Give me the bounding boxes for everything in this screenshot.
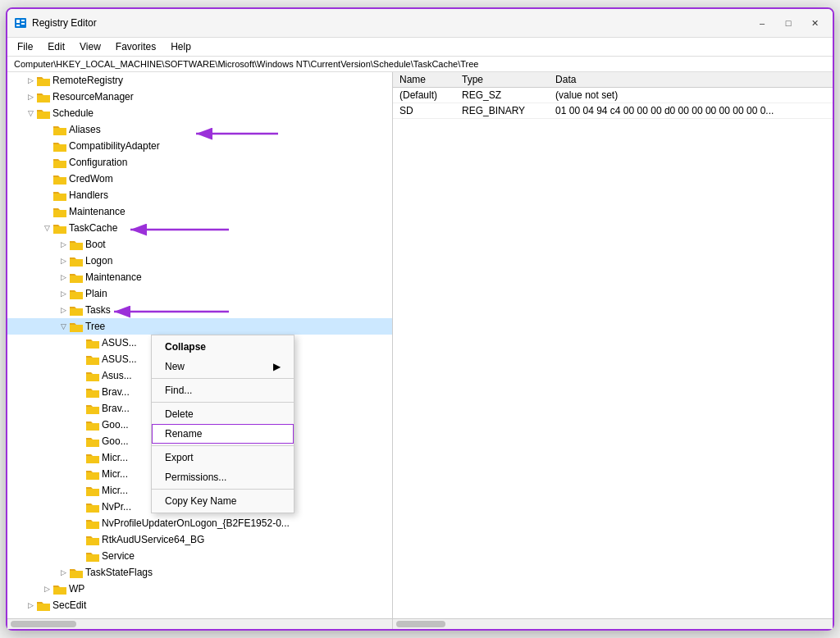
cm-rename-label: Rename	[165, 428, 202, 440]
folder-icon	[70, 304, 83, 316]
folder-icon	[86, 403, 99, 414]
context-menu: Collapse New ▶ Find... Delete Rename	[151, 335, 294, 513]
folder-icon	[70, 239, 83, 250]
tree-label: SecEdit	[52, 599, 86, 611]
minimize-button[interactable]: –	[751, 14, 774, 32]
cm-delete[interactable]: Delete	[152, 404, 294, 424]
col-data[interactable]: Data	[549, 72, 833, 88]
data-table: Name Type Data (Default) REG_SZ (value n…	[393, 72, 833, 119]
tree-item-taskcache[interactable]: ▽ TaskCache	[7, 220, 392, 236]
title-bar-left: Registry Editor	[14, 16, 97, 30]
tree-label: CompatibilityAdapter	[69, 140, 160, 152]
folder-icon	[86, 353, 99, 365]
menu-favorites[interactable]: Favorites	[109, 39, 162, 54]
folder-icon	[86, 550, 99, 562]
table-row: SD REG_BINARY 01 00 04 94 c4 00 00 00 d0…	[393, 103, 833, 119]
tree-label: Service	[102, 550, 135, 562]
folder-icon	[86, 419, 99, 431]
folder-icon	[86, 370, 99, 381]
tree-item-nvprofile[interactable]: NvProfileUpdaterOnLogon_{B2FE1952-0...	[7, 515, 392, 531]
tree-label: Handlers	[69, 189, 108, 201]
tree-scrollbar-h[interactable]	[7, 619, 393, 629]
cm-permissions[interactable]: Permissions...	[152, 467, 294, 487]
expander-icon: ▷	[57, 240, 70, 248]
data-scrollbar-h[interactable]	[393, 619, 833, 629]
tree-label: Goo...	[102, 435, 129, 447]
cm-collapse-label: Collapse	[165, 341, 206, 353]
svg-rect-4	[16, 25, 20, 26]
tree-item-handlers[interactable]: Handlers	[7, 187, 392, 203]
cm-collapse[interactable]: Collapse	[152, 337, 294, 357]
folder-icon	[37, 75, 50, 86]
tree-item-configuration[interactable]: Configuration	[7, 154, 392, 171]
tree-label: Maintenance	[85, 271, 142, 283]
tree-item-tasks[interactable]: ▷ Tasks	[7, 302, 392, 318]
menu-bar: File Edit View Favorites Help	[7, 38, 833, 57]
tree-label: RemoteRegistry	[52, 75, 123, 86]
cm-copy-key-name[interactable]: Copy Key Name	[152, 491, 294, 511]
tree-item-resourcemanager[interactable]: ▷ ResourceManager	[7, 89, 392, 105]
cell-name: (Default)	[393, 88, 455, 103]
cm-new[interactable]: New ▶	[152, 357, 294, 376]
maximize-button[interactable]: □	[777, 14, 800, 32]
folder-icon	[86, 452, 99, 463]
tree-label: NvPr...	[102, 501, 131, 513]
tree-item-logon[interactable]: ▷ Logon	[7, 253, 392, 269]
tree-label: Asus...	[102, 370, 132, 381]
window-title: Registry Editor	[32, 17, 97, 29]
menu-help[interactable]: Help	[164, 39, 198, 54]
svg-rect-3	[21, 23, 25, 25]
cm-new-arrow: ▶	[273, 361, 281, 372]
menu-file[interactable]: File	[11, 39, 39, 54]
tree-item-secedit[interactable]: ▷ SecEdit	[7, 597, 392, 613]
cm-export[interactable]: Export	[152, 448, 294, 467]
tree-item-credwom[interactable]: CredWom	[7, 171, 392, 187]
tree-item-taskstateflags[interactable]: ▷ TaskStateFlags	[7, 564, 392, 581]
tree-label: TaskStateFlags	[85, 567, 153, 578]
tree-item-remoteregistry[interactable]: ▷ RemoteRegistry	[7, 72, 392, 89]
folder-icon	[70, 321, 83, 332]
window-controls: – □ ✕	[751, 14, 826, 32]
tree-item-rtkaud[interactable]: RtkAudUService64_BG	[7, 531, 392, 548]
col-type[interactable]: Type	[455, 72, 549, 88]
folder-icon	[53, 140, 66, 152]
folder-icon	[86, 435, 99, 447]
cm-rename[interactable]: Rename	[152, 424, 294, 444]
tree-item-maintenance2[interactable]: ▷ Maintenance	[7, 269, 392, 285]
expander-icon: ▷	[57, 568, 70, 576]
folder-icon	[53, 583, 66, 595]
folder-icon	[70, 271, 83, 283]
folder-icon	[37, 599, 50, 611]
col-name[interactable]: Name	[393, 72, 455, 88]
cell-data: 01 00 04 94 c4 00 00 00 d0 00 00 00 00 0…	[549, 103, 833, 119]
folder-icon	[86, 468, 99, 480]
expander-icon: ▷	[57, 273, 70, 281]
cell-data: (value not set)	[549, 88, 833, 103]
expander-icon: ▷	[24, 601, 37, 609]
cm-find[interactable]: Find...	[152, 381, 294, 400]
folder-icon	[86, 534, 99, 545]
tree-item-maintenance[interactable]: Maintenance	[7, 203, 392, 220]
folder-icon	[86, 485, 99, 496]
expander-icon: ▽	[40, 224, 53, 232]
tree-label: Boot	[85, 239, 106, 250]
tree-scrollbar-thumb	[11, 621, 76, 627]
tree-label: CredWom	[69, 173, 113, 185]
expander-icon: ▷	[57, 306, 70, 314]
folder-icon	[86, 517, 99, 529]
tree-pane[interactable]: ▷ RemoteRegistry ▷ ResourceManager ▽ Sch…	[7, 72, 393, 618]
tree-item-schedule[interactable]: ▽ Schedule	[7, 105, 392, 121]
menu-view[interactable]: View	[73, 39, 107, 54]
expander-icon: ▷	[57, 257, 70, 265]
tree-label: Tree	[85, 321, 105, 332]
tree-item-plain[interactable]: ▷ Plain	[7, 285, 392, 302]
tree-item-service[interactable]: Service	[7, 548, 392, 564]
tree-label: ResourceManager	[52, 91, 134, 103]
tree-item-wp[interactable]: ▷ WP	[7, 581, 392, 597]
close-button[interactable]: ✕	[803, 14, 826, 32]
tree-label: Logon	[85, 255, 112, 267]
cell-type: REG_SZ	[455, 88, 549, 103]
cell-type: REG_BINARY	[455, 103, 549, 119]
cm-export-label: Export	[165, 452, 194, 463]
menu-edit[interactable]: Edit	[41, 39, 71, 54]
